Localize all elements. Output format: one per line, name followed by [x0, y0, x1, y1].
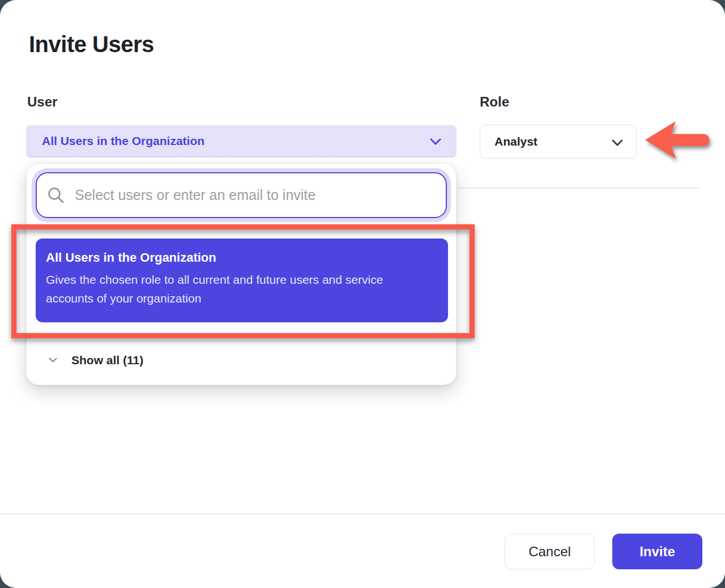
role-section-divider — [458, 188, 699, 189]
red-arrow-annotation — [640, 117, 711, 163]
page-title: Invite Users — [29, 32, 154, 57]
chevron-down-icon — [48, 355, 58, 365]
invite-button[interactable]: Invite — [612, 534, 702, 569]
chevron-down-icon — [611, 139, 624, 149]
invite-users-modal: Invite Users User Role All Users in the … — [0, 0, 725, 588]
user-select-value: All Users in the Organization — [42, 134, 204, 148]
search-icon — [47, 186, 65, 204]
option-description: Gives the chosen role to all current and… — [46, 270, 431, 308]
user-select-dropdown[interactable]: All Users in the Organization — [26, 125, 457, 157]
footer-divider — [0, 513, 725, 514]
role-select-dropdown[interactable]: Analyst — [480, 125, 637, 159]
chevron-down-icon — [429, 138, 442, 148]
show-all-label: Show all (11) — [71, 353, 143, 367]
user-dropdown-panel: All Users in the Organization Gives the … — [26, 163, 457, 385]
user-search-box[interactable] — [36, 172, 447, 218]
search-input[interactable] — [75, 187, 436, 203]
role-field-label: Role — [480, 94, 509, 110]
option-title: All Users in the Organization — [46, 250, 438, 265]
cancel-button[interactable]: Cancel — [505, 534, 595, 569]
option-all-users[interactable]: All Users in the Organization Gives the … — [36, 238, 448, 322]
search-focus-ring — [32, 168, 451, 222]
user-field-label: User — [27, 94, 57, 110]
role-select-value: Analyst — [494, 135, 538, 148]
show-all-toggle[interactable]: Show all (11) — [27, 347, 457, 373]
